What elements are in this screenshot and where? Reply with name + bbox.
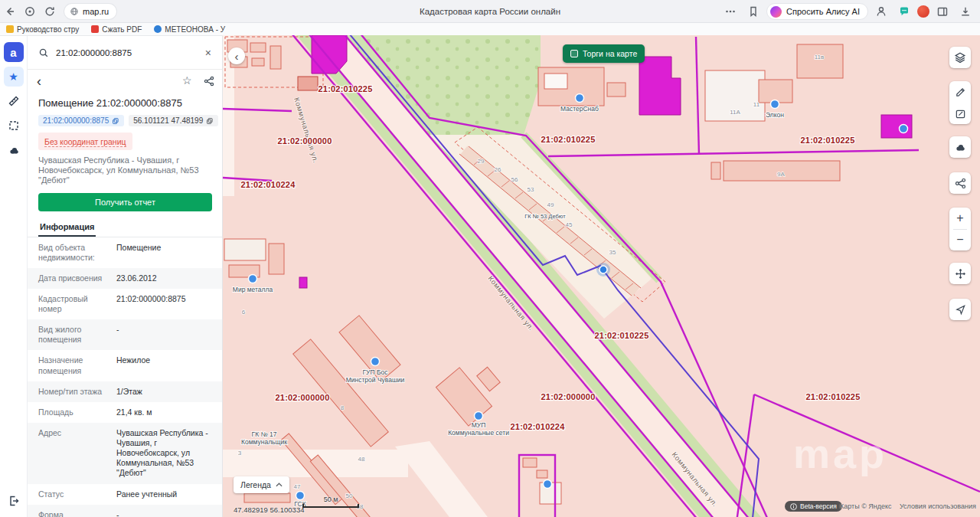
my-location-button[interactable] <box>949 299 971 320</box>
svg-text:11в: 11в <box>815 54 825 61</box>
svg-text:53: 53 <box>528 186 534 193</box>
select-area-tool-icon[interactable] <box>4 116 24 136</box>
favorites-tool-icon[interactable]: ★ <box>4 67 24 87</box>
svg-text:21:02:010225: 21:02:010225 <box>801 136 855 145</box>
svg-text:11: 11 <box>753 101 760 108</box>
svg-text:21:02:010225: 21:02:010225 <box>318 84 373 93</box>
clear-search-icon[interactable]: × <box>205 47 211 59</box>
downloads-icon[interactable] <box>956 3 975 20</box>
profile-icon[interactable] <box>871 3 891 20</box>
coordinates-text: 56.101121 47.48199 <box>133 116 203 125</box>
table-row: Дата присвоения23.06.2012 <box>28 268 222 289</box>
cursor-coordinates: 47.482919 56.100334 <box>234 506 304 514</box>
layers-button[interactable] <box>949 47 971 68</box>
svg-text:21:02:000000: 21:02:000000 <box>276 393 330 402</box>
svg-text:ГК № 53 Дебют: ГК № 53 Дебют <box>524 213 566 220</box>
map-share-button[interactable] <box>949 172 971 194</box>
bookmark-favicon <box>91 25 99 33</box>
table-row: Вид жилого помещения- <box>28 319 222 350</box>
svg-text:48: 48 <box>358 456 365 463</box>
exit-icon[interactable] <box>4 491 24 511</box>
svg-text:11А: 11А <box>730 109 740 116</box>
page-title: Кадастровая карта России онлайн <box>420 0 560 23</box>
bookmarks-bar: Руководство стру Сжать PDF МЕТЕОНОВА - У <box>0 23 980 36</box>
torgi-checkbox[interactable] <box>570 50 578 57</box>
maps-attribution: Карты © Яндекс <box>840 502 892 510</box>
svg-text:26: 26 <box>495 166 501 173</box>
chevron-up-icon <box>276 483 283 487</box>
scale-bar: 50 м <box>302 496 359 508</box>
svg-text:49: 49 <box>547 201 554 208</box>
tab-information[interactable]: Информация <box>38 218 96 237</box>
zoom-in-button[interactable]: + <box>949 208 971 229</box>
table-row: Кадастровый номер21:02:000000:8875 <box>28 289 222 319</box>
panel-tabs: Информация <box>28 218 222 237</box>
bookmark-flag-icon[interactable] <box>743 3 763 20</box>
alice-label: Спросить Алису AI <box>786 7 860 16</box>
table-row: Вид объекта недвижимости:Помещение <box>28 237 222 268</box>
svg-text:Элкон: Элкон <box>766 111 784 119</box>
svg-text:45: 45 <box>566 221 573 228</box>
svg-text:МастерСнаб: МастерСнаб <box>560 105 599 113</box>
table-row: АдресЧувашская Республика - Чувашия, г Н… <box>28 423 222 484</box>
messenger-icon[interactable] <box>894 3 914 20</box>
measure-button[interactable] <box>955 81 966 103</box>
browser-reload-icon[interactable] <box>40 3 60 20</box>
coordinates-chip[interactable]: 56.101121 47.48199 <box>129 115 218 126</box>
panel-back-icon[interactable]: ‹ <box>37 73 41 90</box>
url-text: map.ru <box>83 7 109 16</box>
browser-topbar: map.ru Кадастровая карта России онлайн С… <box>0 0 980 23</box>
svg-text:21:02:010225: 21:02:010225 <box>595 331 649 340</box>
poi-marker <box>249 275 257 283</box>
draw-tools-group <box>949 81 971 124</box>
pan-mode-button[interactable] <box>949 263 971 284</box>
account-avatar[interactable] <box>917 5 929 18</box>
get-report-button[interactable]: Получить отчет <box>38 193 212 211</box>
bookmark-favicon <box>154 25 162 33</box>
poi-marker <box>900 125 908 133</box>
terms-link[interactable]: Условия использования <box>900 502 976 510</box>
selected-point-marker[interactable] <box>596 263 610 276</box>
site-badge-icon <box>70 7 79 16</box>
screen: map.ru Кадастровая карта России онлайн С… <box>0 0 980 517</box>
torgi-toggle-button[interactable]: Торги на карте <box>563 44 645 63</box>
cloud-tool-icon[interactable] <box>4 140 24 160</box>
cadastral-number-chip[interactable]: 21:02:000000:8875 <box>38 115 124 126</box>
collapse-panel-button[interactable]: ‹ <box>228 47 245 64</box>
svg-text:21:02:010225: 21:02:010225 <box>541 135 596 144</box>
address-bar[interactable]: map.ru <box>64 4 116 19</box>
poi-marker <box>576 94 584 103</box>
bookmark-item[interactable]: МЕТЕОНОВА - У <box>154 25 225 34</box>
svg-text:21:02:010224: 21:02:010224 <box>511 422 566 431</box>
svg-text:3: 3 <box>238 450 242 456</box>
scale-label: 50 м <box>302 496 359 503</box>
beta-label: Beta-версия <box>800 502 837 510</box>
beta-badge[interactable]: Beta-версия <box>785 501 842 512</box>
zoom-out-button[interactable]: − <box>949 230 971 251</box>
svg-text:8: 8 <box>341 404 345 411</box>
browser-back-icon[interactable] <box>0 3 20 20</box>
share-icon[interactable] <box>204 76 214 90</box>
legend-label: Легенда <box>240 480 271 489</box>
left-rail: a ★ <box>0 36 28 517</box>
info-icon <box>790 503 797 510</box>
edit-button[interactable] <box>955 103 966 124</box>
app-logo[interactable]: a <box>4 42 24 62</box>
cloud-layers-button[interactable] <box>949 136 971 158</box>
favorite-star-icon[interactable]: ☆ <box>182 74 192 87</box>
legend-button[interactable]: Легенда <box>234 476 289 493</box>
browser-extension-icon[interactable] <box>20 3 40 20</box>
bookmark-item[interactable]: Сжать PDF <box>91 25 142 34</box>
search-input[interactable] <box>56 48 198 57</box>
cadastral-map[interactable]: map Коммунальная ул. Коммунальная ул. Ко… <box>223 35 980 517</box>
side-panel-icon[interactable] <box>933 3 952 20</box>
more-options-icon[interactable] <box>720 3 740 20</box>
measure-tool-icon[interactable] <box>4 91 24 111</box>
map-canvas[interactable]: map Коммунальная ул. Коммунальная ул. Ко… <box>223 35 980 517</box>
copy-icon[interactable] <box>112 117 119 125</box>
bookmark-item[interactable]: Руководство стру <box>6 25 79 34</box>
copy-icon[interactable] <box>206 117 214 125</box>
info-table: Вид объекта недвижимости:Помещение Дата … <box>28 237 222 517</box>
alice-button[interactable]: Спросить Алису AI <box>766 3 868 20</box>
svg-text:21:02:010224: 21:02:010224 <box>241 180 296 189</box>
